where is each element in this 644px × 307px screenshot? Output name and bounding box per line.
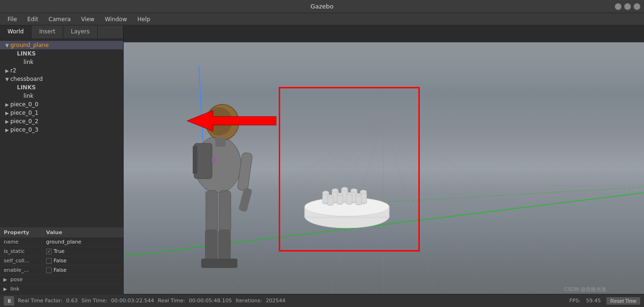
- tree-arrow-r2: ▶: [4, 68, 10, 73]
- tree-arrow-piece-0-2: ▶: [4, 119, 10, 124]
- link-arrow-icon: ▶: [2, 286, 8, 291]
- tree-item-piece-0-3[interactable]: ▶ piece_0_3: [0, 126, 123, 134]
- prop-row-self-coll[interactable]: self_coll... False: [0, 256, 123, 266]
- robot-figure: [164, 71, 272, 282]
- window-controls: [615, 3, 640, 10]
- prop-row-enable[interactable]: enable_... False: [0, 266, 123, 275]
- tree-item-link-1[interactable]: link: [0, 58, 123, 66]
- sim-time-label: Sim Time:: [81, 298, 107, 304]
- svg-rect-75: [346, 194, 352, 204]
- svg-line-25: [384, 118, 590, 294]
- tree-arrow-chessboard: ▼: [4, 77, 10, 82]
- chessboard-object: [300, 174, 394, 235]
- prop-value-name: ground_plane: [42, 237, 123, 246]
- minimize-button[interactable]: [615, 3, 621, 10]
- tree-item-piece-0-0[interactable]: ▶ piece_0_0: [0, 100, 123, 109]
- prop-name-enable: enable_...: [0, 266, 42, 275]
- menubar: File Edit Camera View Window Help: [0, 13, 644, 25]
- real-time-value: 00:00:05:48.105: [189, 298, 232, 304]
- app-title: Gazebo: [310, 3, 333, 10]
- prop-value-is-static: ✓ True: [42, 247, 123, 256]
- svg-rect-41: [238, 188, 252, 213]
- property-header: Property Value: [0, 228, 123, 237]
- menu-window[interactable]: Window: [100, 15, 132, 24]
- reset-time-button[interactable]: Reset Time: [606, 297, 640, 305]
- svg-line-23: [384, 118, 487, 294]
- prop-name-self-coll: self_coll...: [0, 256, 42, 265]
- tree-item-link-2[interactable]: link: [0, 92, 123, 100]
- enable-label: False: [54, 267, 67, 273]
- pose-arrow-icon: ▶: [2, 277, 8, 282]
- link-expand-label: link: [8, 286, 19, 292]
- tree-arrow-ground-plane: ▼: [4, 43, 10, 48]
- menu-file[interactable]: File: [3, 15, 22, 24]
- real-time-factor-label: Real Time Factor:: [18, 298, 63, 304]
- watermark: CSDN @贪格光洛: [564, 286, 606, 293]
- menu-view[interactable]: View: [76, 15, 99, 24]
- prop-expand-link[interactable]: ▶ link: [0, 284, 123, 294]
- prop-name-label: name: [0, 237, 42, 246]
- svg-point-70: [328, 195, 333, 197]
- tree-item-chessboard[interactable]: ▼ chessboard: [0, 75, 123, 83]
- tree-label-piece-0-2: piece_0_2: [10, 118, 39, 125]
- prop-row-name[interactable]: name ground_plane: [0, 237, 123, 247]
- tab-layers[interactable]: Layers: [63, 25, 98, 39]
- 3d-viewport[interactable]: [124, 42, 644, 294]
- maximize-button[interactable]: [624, 3, 631, 10]
- arrow-svg: [187, 108, 276, 134]
- svg-point-67: [360, 190, 367, 194]
- svg-rect-42: [206, 190, 218, 233]
- fps-label: FPS:: [569, 298, 581, 304]
- prop-col-value: Value: [42, 228, 123, 237]
- tree-label-link-2: link: [24, 93, 33, 99]
- svg-point-73: [337, 193, 343, 196]
- prop-col-property: Property: [0, 228, 42, 237]
- svg-point-48: [212, 157, 217, 163]
- scene-tree: ▼ ground_plane LINKS link ▶ r2: [0, 39, 123, 227]
- tree-label-piece-0-0: piece_0_0: [10, 101, 39, 108]
- tree-label-piece-0-1: piece_0_1: [10, 110, 39, 116]
- left-panel: World Insert Layers ▼ ground_plane LINKS…: [0, 25, 124, 294]
- tree-label-chessboard: chessboard: [10, 76, 43, 82]
- tab-world[interactable]: World: [0, 25, 31, 39]
- robot-svg: [164, 71, 272, 282]
- svg-marker-80: [187, 110, 276, 131]
- svg-rect-45: [218, 229, 231, 262]
- tree-label-r2: r2: [10, 67, 16, 74]
- svg-line-26: [384, 118, 644, 294]
- checkbox-is-static[interactable]: ✓: [46, 249, 52, 254]
- svg-point-76: [346, 192, 352, 195]
- svg-rect-44: [205, 229, 218, 262]
- iterations-label: Iterations:: [236, 298, 262, 304]
- titlebar: Gazebo: [0, 0, 644, 13]
- close-button[interactable]: [634, 3, 640, 10]
- fps-value: 59.45: [586, 298, 601, 304]
- svg-rect-47: [216, 259, 237, 268]
- checkbox-enable[interactable]: [46, 268, 52, 273]
- prop-row-is-static[interactable]: is_static ✓ True: [0, 247, 123, 256]
- svg-rect-43: [219, 190, 231, 233]
- menu-edit[interactable]: Edit: [23, 15, 43, 24]
- real-time-factor-value: 0.63: [66, 298, 78, 304]
- sim-time-value: 00:00:03:22.544: [111, 298, 154, 304]
- pause-button[interactable]: ⏸: [4, 296, 14, 306]
- tree-item-links-1[interactable]: LINKS: [0, 49, 123, 58]
- prop-value-self-coll: False: [42, 256, 123, 265]
- tree-item-links-2[interactable]: LINKS: [0, 83, 123, 92]
- tree-item-piece-0-2[interactable]: ▶ piece_0_2: [0, 117, 123, 126]
- tab-insert[interactable]: Insert: [31, 25, 63, 39]
- svg-rect-39: [193, 146, 197, 174]
- tree-label-piece-0-3: piece_0_3: [10, 126, 39, 133]
- svg-point-79: [356, 193, 361, 196]
- svg-point-55: [322, 191, 329, 195]
- svg-point-64: [351, 189, 357, 192]
- property-panel: Property Value name ground_plane is_stat…: [0, 227, 123, 294]
- tree-item-piece-0-1[interactable]: ▶ piece_0_1: [0, 109, 123, 117]
- menu-camera[interactable]: Camera: [44, 15, 75, 24]
- tree-item-r2[interactable]: ▶ r2: [0, 66, 123, 75]
- menu-help[interactable]: Help: [133, 15, 155, 24]
- svg-rect-49: [215, 137, 226, 147]
- prop-expand-pose[interactable]: ▶ pose: [0, 275, 123, 284]
- checkbox-self-coll[interactable]: [46, 258, 52, 264]
- tree-item-ground-plane[interactable]: ▼ ground_plane: [0, 41, 123, 49]
